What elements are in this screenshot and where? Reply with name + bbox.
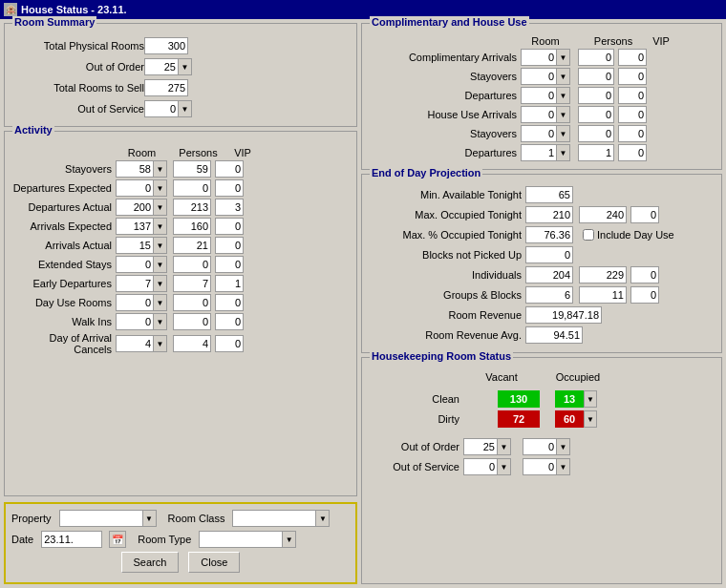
arrival-cancels-vip[interactable] bbox=[215, 335, 244, 352]
comp-house-stayovers-arrow[interactable]: ▼ bbox=[557, 125, 570, 142]
stayovers-room-arrow[interactable]: ▼ bbox=[154, 160, 167, 178]
day-use-persons[interactable] bbox=[173, 294, 211, 311]
comp-stayovers-arrow[interactable]: ▼ bbox=[557, 68, 570, 85]
arrival-cancels-persons[interactable] bbox=[173, 335, 211, 352]
early-dep-persons[interactable] bbox=[173, 275, 211, 292]
dep-expected-room[interactable] bbox=[116, 179, 154, 197]
eod-min-available-value[interactable] bbox=[525, 186, 573, 203]
room-class-input[interactable] bbox=[232, 510, 316, 527]
arr-actual-persons[interactable] bbox=[173, 237, 211, 254]
hk-out-of-service-occupied[interactable] bbox=[523, 458, 557, 475]
eod-individuals-value1[interactable] bbox=[525, 266, 573, 284]
extended-stays-persons[interactable] bbox=[173, 256, 211, 273]
hk-clean-occupied-arrow[interactable]: ▼ bbox=[584, 390, 597, 408]
dep-expected-persons[interactable] bbox=[173, 179, 211, 197]
room-type-arrow[interactable]: ▼ bbox=[283, 531, 296, 548]
search-button[interactable]: Search bbox=[121, 552, 180, 573]
extended-stays-vip[interactable] bbox=[215, 256, 244, 273]
comp-house-departures-room[interactable] bbox=[521, 144, 557, 161]
arrival-cancels-room-arrow[interactable]: ▼ bbox=[154, 335, 167, 352]
early-dep-room-arrow[interactable]: ▼ bbox=[154, 275, 167, 292]
out-of-order-arrow[interactable]: ▼ bbox=[179, 58, 192, 75]
comp-arrivals-room[interactable] bbox=[521, 49, 557, 66]
total-rooms-to-sell-input[interactable] bbox=[144, 79, 188, 96]
comp-house-arrivals-vip[interactable] bbox=[618, 106, 647, 123]
hk-out-of-order-occupied-arrow[interactable]: ▼ bbox=[557, 438, 570, 455]
comp-departures-persons[interactable] bbox=[578, 87, 614, 104]
eod-groups-value3[interactable] bbox=[630, 286, 659, 304]
early-dep-room[interactable] bbox=[116, 275, 154, 292]
comp-stayovers-persons[interactable] bbox=[578, 68, 614, 85]
include-day-use-checkbox[interactable] bbox=[583, 229, 594, 241]
property-input[interactable] bbox=[59, 510, 143, 527]
comp-arrivals-persons[interactable] bbox=[578, 49, 614, 66]
eod-max-occupied-value2[interactable] bbox=[579, 206, 627, 223]
eod-individuals-value3[interactable] bbox=[630, 266, 659, 284]
stayovers-persons[interactable] bbox=[173, 160, 211, 178]
arr-expected-room[interactable] bbox=[116, 218, 154, 235]
comp-stayovers-vip[interactable] bbox=[618, 68, 647, 85]
dep-expected-room-arrow[interactable]: ▼ bbox=[154, 179, 167, 197]
arr-actual-vip[interactable] bbox=[215, 237, 244, 254]
arr-expected-vip[interactable] bbox=[215, 218, 244, 235]
eod-room-revenue-avg-value[interactable] bbox=[525, 326, 583, 344]
comp-house-departures-arrow[interactable]: ▼ bbox=[557, 144, 570, 161]
dep-actual-persons[interactable] bbox=[173, 199, 211, 216]
eod-max-occupied-value1[interactable] bbox=[525, 206, 573, 223]
arrival-cancels-room[interactable] bbox=[116, 335, 154, 352]
eod-groups-value2[interactable] bbox=[579, 286, 627, 304]
out-of-order-input[interactable] bbox=[144, 58, 179, 75]
close-button[interactable]: Close bbox=[188, 552, 240, 573]
arr-expected-room-arrow[interactable]: ▼ bbox=[154, 218, 167, 235]
dep-expected-vip[interactable] bbox=[215, 179, 244, 197]
comp-house-stayovers-persons[interactable] bbox=[578, 125, 614, 142]
comp-house-stayovers-room[interactable] bbox=[521, 125, 557, 142]
eod-max-occupied-value3[interactable] bbox=[630, 206, 659, 223]
arr-actual-room[interactable] bbox=[116, 237, 154, 254]
comp-house-arrivals-room[interactable] bbox=[521, 106, 557, 123]
walk-ins-room[interactable] bbox=[116, 313, 154, 330]
comp-departures-arrow[interactable]: ▼ bbox=[557, 87, 570, 104]
stayovers-vip[interactable] bbox=[215, 160, 244, 178]
dep-actual-room[interactable] bbox=[116, 199, 154, 216]
room-class-arrow[interactable]: ▼ bbox=[316, 510, 330, 527]
out-of-service-arrow[interactable]: ▼ bbox=[179, 100, 192, 117]
stayovers-room[interactable] bbox=[116, 160, 154, 178]
day-use-room[interactable] bbox=[116, 294, 154, 311]
comp-departures-room[interactable] bbox=[521, 87, 557, 104]
hk-out-of-service-vacant[interactable] bbox=[463, 458, 498, 475]
eod-blocks-value[interactable] bbox=[525, 246, 573, 263]
room-type-input[interactable] bbox=[199, 531, 283, 548]
comp-departures-vip[interactable] bbox=[618, 87, 647, 104]
eod-individuals-value2[interactable] bbox=[579, 266, 627, 284]
walk-ins-room-arrow[interactable]: ▼ bbox=[154, 313, 167, 330]
total-physical-rooms-input[interactable] bbox=[144, 37, 188, 54]
hk-dirty-occupied-arrow[interactable]: ▼ bbox=[584, 410, 597, 428]
day-use-vip[interactable] bbox=[215, 294, 244, 311]
comp-house-arrivals-persons[interactable] bbox=[578, 106, 614, 123]
walk-ins-persons[interactable] bbox=[173, 313, 211, 330]
hk-out-of-service-vacant-arrow[interactable]: ▼ bbox=[498, 458, 511, 475]
comp-house-departures-vip[interactable] bbox=[618, 144, 647, 161]
comp-arrivals-room-arrow[interactable]: ▼ bbox=[557, 49, 570, 66]
hk-out-of-order-vacant-arrow[interactable]: ▼ bbox=[498, 438, 511, 455]
hk-out-of-order-occupied[interactable] bbox=[523, 438, 557, 455]
comp-house-stayovers-vip[interactable] bbox=[618, 125, 647, 142]
extended-stays-room[interactable] bbox=[116, 256, 154, 273]
hk-out-of-service-occupied-arrow[interactable]: ▼ bbox=[557, 458, 570, 475]
early-dep-vip[interactable] bbox=[215, 275, 244, 292]
comp-arrivals-vip[interactable] bbox=[618, 49, 647, 66]
calendar-icon[interactable]: 📅 bbox=[109, 531, 126, 548]
arr-expected-persons[interactable] bbox=[173, 218, 211, 235]
eod-groups-value1[interactable] bbox=[525, 286, 573, 304]
hk-out-of-order-vacant[interactable] bbox=[463, 438, 498, 455]
comp-house-arrivals-arrow[interactable]: ▼ bbox=[557, 106, 570, 123]
eod-room-revenue-value[interactable] bbox=[525, 306, 602, 324]
extended-stays-room-arrow[interactable]: ▼ bbox=[154, 256, 167, 273]
out-of-service-input[interactable] bbox=[144, 100, 179, 117]
comp-stayovers-room[interactable] bbox=[521, 68, 557, 85]
comp-house-departures-persons[interactable] bbox=[578, 144, 614, 161]
dep-actual-room-arrow[interactable]: ▼ bbox=[154, 199, 167, 216]
arr-actual-room-arrow[interactable]: ▼ bbox=[154, 237, 167, 254]
property-arrow[interactable]: ▼ bbox=[143, 510, 157, 527]
